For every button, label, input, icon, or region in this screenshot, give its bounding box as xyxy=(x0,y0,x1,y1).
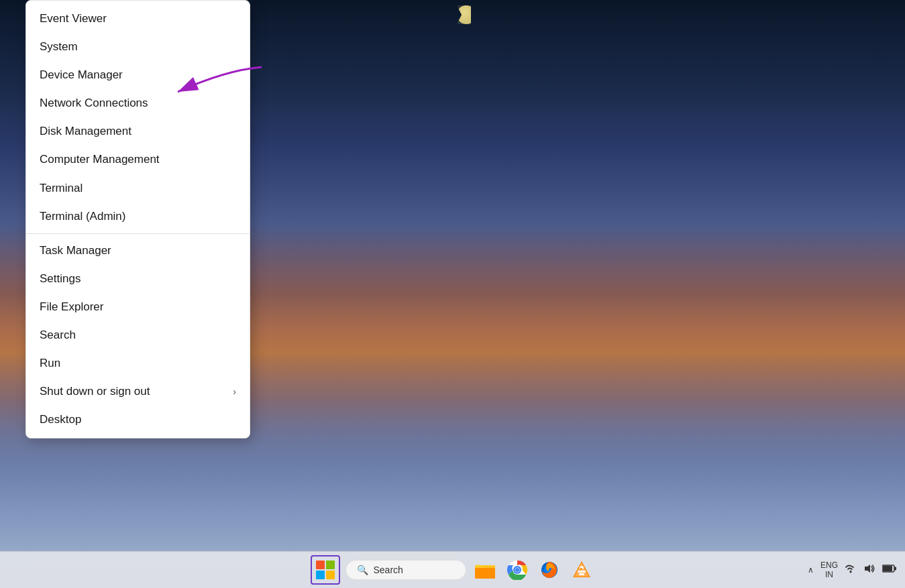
svg-rect-13 xyxy=(578,571,586,573)
language-text: ENG xyxy=(820,561,838,570)
svg-point-17 xyxy=(850,571,852,573)
menu-item-label: Device Manager xyxy=(40,68,123,82)
menu-item-label: Disk Management xyxy=(40,124,131,139)
locale-text: IN xyxy=(820,570,838,579)
svg-rect-3 xyxy=(475,568,495,579)
taskbar-center: 🔍 Search xyxy=(311,555,595,585)
menu-item-shut-down-sign-out[interactable]: Shut down or sign out › xyxy=(26,377,250,406)
start-button[interactable] xyxy=(311,555,340,585)
taskbar-search-bar[interactable]: 🔍 Search xyxy=(345,560,466,580)
menu-item-label: Task Manager xyxy=(40,243,111,258)
menu-item-event-viewer[interactable]: Event Viewer xyxy=(26,5,250,33)
svg-point-8 xyxy=(515,568,519,572)
taskbar-chrome-button[interactable] xyxy=(504,556,531,583)
menu-item-label: Terminal xyxy=(40,181,83,196)
menu-item-label: Desktop xyxy=(40,412,81,427)
taskbar-vlc-button[interactable]: ▶ xyxy=(568,556,595,583)
menu-item-label: Shut down or sign out xyxy=(40,384,150,399)
volume-icon[interactable] xyxy=(863,563,875,577)
windows-logo-icon xyxy=(316,561,335,579)
menu-item-desktop[interactable]: Desktop xyxy=(26,406,250,434)
svg-rect-20 xyxy=(883,566,892,571)
language-indicator[interactable]: ENG IN xyxy=(820,561,838,580)
menu-item-task-manager[interactable]: Task Manager xyxy=(26,237,250,265)
menu-item-system[interactable]: System xyxy=(26,33,250,61)
menu-item-label: Computer Management xyxy=(40,152,160,167)
battery-icon[interactable] xyxy=(882,563,897,577)
taskbar-file-explorer-button[interactable] xyxy=(472,556,498,583)
menu-item-search[interactable]: Search xyxy=(26,321,250,349)
menu-item-label: File Explorer xyxy=(40,300,103,314)
menu-item-label: Network Connections xyxy=(40,96,148,111)
taskbar: 🔍 Search xyxy=(0,551,905,588)
menu-item-terminal-admin[interactable]: Terminal (Admin) xyxy=(26,202,250,231)
menu-item-label: Run xyxy=(40,356,60,371)
menu-item-settings[interactable]: Settings xyxy=(26,265,250,293)
menu-item-label: Event Viewer xyxy=(40,11,107,26)
menu-item-label: Settings xyxy=(40,272,81,286)
menu-item-run[interactable]: Run xyxy=(26,349,250,377)
menu-item-label: System xyxy=(40,40,78,54)
menu-item-label: Search xyxy=(40,328,76,343)
taskbar-firefox-button[interactable] xyxy=(536,556,563,583)
chevron-right-icon: › xyxy=(233,386,236,398)
menu-item-network-connections[interactable]: Network Connections xyxy=(26,89,250,117)
menu-item-file-explorer[interactable]: File Explorer xyxy=(26,293,250,321)
menu-item-terminal[interactable]: Terminal xyxy=(26,174,250,202)
search-icon: 🔍 xyxy=(357,565,368,575)
system-tray: ∧ ENG IN xyxy=(808,561,897,580)
menu-item-computer-management[interactable]: Computer Management xyxy=(26,145,250,174)
menu-item-device-manager[interactable]: Device Manager xyxy=(26,61,250,89)
svg-marker-18 xyxy=(865,565,870,573)
menu-separator-1 xyxy=(26,233,250,234)
menu-item-label: Terminal (Admin) xyxy=(40,209,125,224)
menu-item-disk-management[interactable]: Disk Management xyxy=(26,117,250,145)
svg-rect-21 xyxy=(894,567,896,571)
wifi-icon[interactable] xyxy=(845,563,857,577)
svg-rect-14 xyxy=(579,573,584,575)
context-menu: Event Viewer System Device Manager Netwo… xyxy=(25,0,250,438)
tray-expand-button[interactable]: ∧ xyxy=(808,565,814,575)
taskbar-search-label: Search xyxy=(374,565,403,575)
moon-decoration xyxy=(457,5,476,24)
